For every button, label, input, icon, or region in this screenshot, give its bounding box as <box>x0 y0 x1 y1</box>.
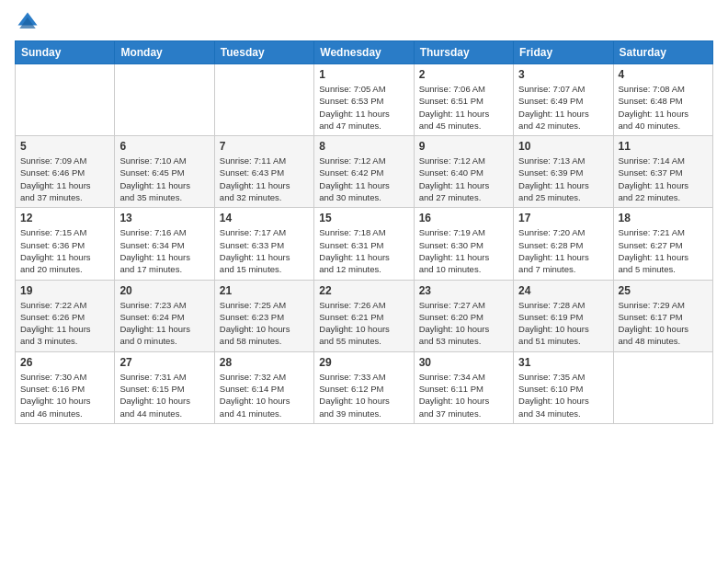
page: SundayMondayTuesdayWednesdayThursdayFrid… <box>0 0 728 563</box>
day-number: 22 <box>319 284 408 297</box>
day-number: 3 <box>518 68 608 81</box>
calendar-cell <box>16 64 115 136</box>
calendar-cell: 26Sunrise: 7:30 AM Sunset: 6:16 PM Dayli… <box>16 351 115 423</box>
day-info: Sunrise: 7:29 AM Sunset: 6:17 PM Dayligh… <box>619 299 708 348</box>
day-number: 7 <box>220 140 309 153</box>
day-info: Sunrise: 7:15 AM Sunset: 6:36 PM Dayligh… <box>20 226 109 275</box>
day-number: 10 <box>518 140 608 153</box>
day-number: 26 <box>20 356 109 369</box>
day-info: Sunrise: 7:07 AM Sunset: 6:49 PM Dayligh… <box>518 83 608 132</box>
calendar-week-row: 19Sunrise: 7:22 AM Sunset: 6:26 PM Dayli… <box>16 280 713 351</box>
calendar-cell: 29Sunrise: 7:33 AM Sunset: 6:12 PM Dayli… <box>314 351 414 423</box>
calendar-cell: 31Sunrise: 7:35 AM Sunset: 6:10 PM Dayli… <box>514 351 613 423</box>
day-info: Sunrise: 7:05 AM Sunset: 6:53 PM Dayligh… <box>319 83 408 132</box>
day-number: 1 <box>319 68 408 81</box>
day-number: 28 <box>220 356 309 369</box>
header <box>15 9 713 35</box>
day-info: Sunrise: 7:18 AM Sunset: 6:31 PM Dayligh… <box>319 226 408 275</box>
calendar-cell: 4Sunrise: 7:08 AM Sunset: 6:48 PM Daylig… <box>613 64 712 136</box>
calendar-cell: 3Sunrise: 7:07 AM Sunset: 6:49 PM Daylig… <box>514 64 613 136</box>
day-info: Sunrise: 7:35 AM Sunset: 6:10 PM Dayligh… <box>518 371 608 419</box>
weekday-header-monday: Monday <box>115 41 214 64</box>
day-info: Sunrise: 7:06 AM Sunset: 6:51 PM Dayligh… <box>419 83 508 132</box>
day-info: Sunrise: 7:25 AM Sunset: 6:23 PM Dayligh… <box>220 299 309 348</box>
calendar-cell: 16Sunrise: 7:19 AM Sunset: 6:30 PM Dayli… <box>414 208 513 280</box>
calendar-cell: 27Sunrise: 7:31 AM Sunset: 6:15 PM Dayli… <box>115 351 214 423</box>
day-info: Sunrise: 7:11 AM Sunset: 6:43 PM Dayligh… <box>220 155 309 203</box>
day-info: Sunrise: 7:08 AM Sunset: 6:48 PM Dayligh… <box>619 83 708 132</box>
calendar-cell <box>613 351 712 423</box>
weekday-header-thursday: Thursday <box>414 41 513 64</box>
day-info: Sunrise: 7:12 AM Sunset: 6:42 PM Dayligh… <box>319 155 408 203</box>
weekday-header-tuesday: Tuesday <box>214 41 313 64</box>
calendar-cell: 11Sunrise: 7:14 AM Sunset: 6:37 PM Dayli… <box>613 136 712 208</box>
day-number: 11 <box>619 140 708 153</box>
calendar-cell: 21Sunrise: 7:25 AM Sunset: 6:23 PM Dayli… <box>214 280 313 351</box>
day-number: 12 <box>20 212 109 224</box>
day-number: 8 <box>319 140 408 153</box>
day-info: Sunrise: 7:16 AM Sunset: 6:34 PM Dayligh… <box>119 226 209 275</box>
day-number: 29 <box>319 356 408 369</box>
day-number: 6 <box>119 140 209 153</box>
day-number: 14 <box>220 212 309 224</box>
day-number: 13 <box>119 212 209 224</box>
day-number: 16 <box>419 212 508 224</box>
weekday-header-friday: Friday <box>514 41 613 64</box>
day-number: 17 <box>518 212 608 224</box>
calendar-cell: 15Sunrise: 7:18 AM Sunset: 6:31 PM Dayli… <box>314 208 414 280</box>
day-number: 9 <box>419 140 508 153</box>
day-info: Sunrise: 7:17 AM Sunset: 6:33 PM Dayligh… <box>220 226 309 275</box>
calendar-cell: 12Sunrise: 7:15 AM Sunset: 6:36 PM Dayli… <box>16 208 115 280</box>
day-info: Sunrise: 7:26 AM Sunset: 6:21 PM Dayligh… <box>319 299 408 348</box>
calendar-cell: 14Sunrise: 7:17 AM Sunset: 6:33 PM Dayli… <box>214 208 313 280</box>
day-info: Sunrise: 7:23 AM Sunset: 6:24 PM Dayligh… <box>119 299 209 348</box>
day-number: 27 <box>119 356 209 369</box>
logo-icon <box>15 9 40 35</box>
calendar-cell: 7Sunrise: 7:11 AM Sunset: 6:43 PM Daylig… <box>214 136 313 208</box>
calendar-cell: 18Sunrise: 7:21 AM Sunset: 6:27 PM Dayli… <box>613 208 712 280</box>
calendar-cell: 8Sunrise: 7:12 AM Sunset: 6:42 PM Daylig… <box>314 136 414 208</box>
day-info: Sunrise: 7:12 AM Sunset: 6:40 PM Dayligh… <box>419 155 508 203</box>
day-info: Sunrise: 7:22 AM Sunset: 6:26 PM Dayligh… <box>20 299 109 348</box>
day-info: Sunrise: 7:33 AM Sunset: 6:12 PM Dayligh… <box>319 371 408 419</box>
day-number: 31 <box>518 356 608 369</box>
calendar-cell: 2Sunrise: 7:06 AM Sunset: 6:51 PM Daylig… <box>414 64 513 136</box>
calendar-table: SundayMondayTuesdayWednesdayThursdayFrid… <box>15 40 713 424</box>
day-info: Sunrise: 7:31 AM Sunset: 6:15 PM Dayligh… <box>119 371 209 419</box>
day-number: 19 <box>20 284 109 297</box>
calendar-cell: 28Sunrise: 7:32 AM Sunset: 6:14 PM Dayli… <box>214 351 313 423</box>
day-number: 25 <box>619 284 708 297</box>
day-number: 30 <box>419 356 508 369</box>
calendar-cell: 24Sunrise: 7:28 AM Sunset: 6:19 PM Dayli… <box>514 280 613 351</box>
calendar-cell: 6Sunrise: 7:10 AM Sunset: 6:45 PM Daylig… <box>115 136 214 208</box>
calendar-cell: 22Sunrise: 7:26 AM Sunset: 6:21 PM Dayli… <box>314 280 414 351</box>
day-number: 23 <box>419 284 508 297</box>
day-number: 15 <box>319 212 408 224</box>
calendar-week-row: 12Sunrise: 7:15 AM Sunset: 6:36 PM Dayli… <box>16 208 713 280</box>
calendar-cell: 19Sunrise: 7:22 AM Sunset: 6:26 PM Dayli… <box>16 280 115 351</box>
calendar-cell: 17Sunrise: 7:20 AM Sunset: 6:28 PM Dayli… <box>514 208 613 280</box>
calendar-week-row: 5Sunrise: 7:09 AM Sunset: 6:46 PM Daylig… <box>16 136 713 208</box>
day-number: 18 <box>619 212 708 224</box>
calendar-cell: 10Sunrise: 7:13 AM Sunset: 6:39 PM Dayli… <box>514 136 613 208</box>
day-number: 21 <box>220 284 309 297</box>
calendar-cell: 20Sunrise: 7:23 AM Sunset: 6:24 PM Dayli… <box>115 280 214 351</box>
day-info: Sunrise: 7:20 AM Sunset: 6:28 PM Dayligh… <box>518 226 608 275</box>
day-info: Sunrise: 7:28 AM Sunset: 6:19 PM Dayligh… <box>518 299 608 348</box>
calendar-cell: 13Sunrise: 7:16 AM Sunset: 6:34 PM Dayli… <box>115 208 214 280</box>
day-number: 2 <box>419 68 508 81</box>
calendar-cell: 9Sunrise: 7:12 AM Sunset: 6:40 PM Daylig… <box>414 136 513 208</box>
weekday-header-row: SundayMondayTuesdayWednesdayThursdayFrid… <box>16 41 713 64</box>
calendar-week-row: 26Sunrise: 7:30 AM Sunset: 6:16 PM Dayli… <box>16 351 713 423</box>
logo <box>15 9 44 35</box>
day-number: 5 <box>20 140 109 153</box>
day-info: Sunrise: 7:10 AM Sunset: 6:45 PM Dayligh… <box>119 155 209 203</box>
day-number: 20 <box>119 284 209 297</box>
day-number: 4 <box>619 68 708 81</box>
day-number: 24 <box>518 284 608 297</box>
weekday-header-saturday: Saturday <box>613 41 712 64</box>
day-info: Sunrise: 7:19 AM Sunset: 6:30 PM Dayligh… <box>419 226 508 275</box>
day-info: Sunrise: 7:32 AM Sunset: 6:14 PM Dayligh… <box>220 371 309 419</box>
day-info: Sunrise: 7:09 AM Sunset: 6:46 PM Dayligh… <box>20 155 109 203</box>
day-info: Sunrise: 7:34 AM Sunset: 6:11 PM Dayligh… <box>419 371 508 419</box>
